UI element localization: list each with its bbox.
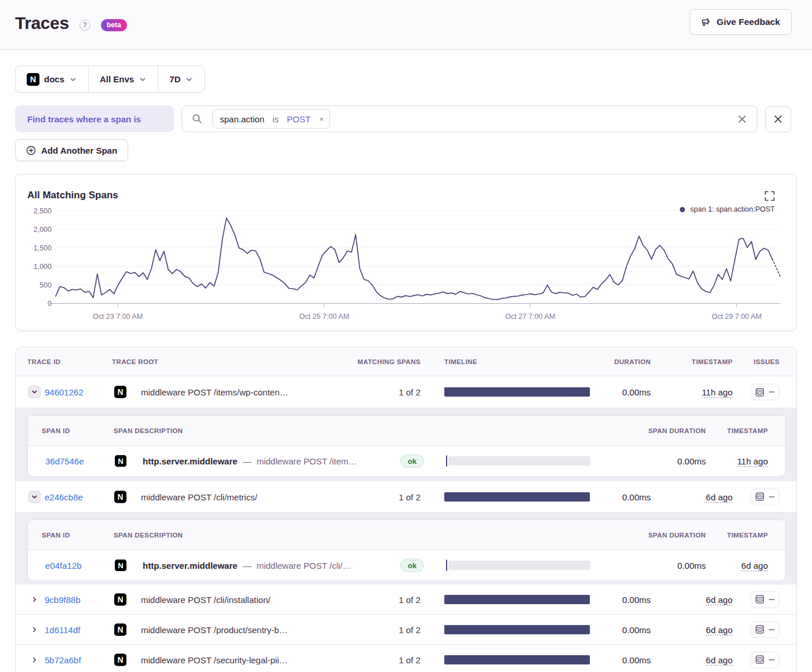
span-description-text: middleware POST /cli/…	[256, 561, 351, 571]
span-id-link[interactable]: 36d7546e	[45, 456, 84, 466]
trace-timestamp[interactable]: 6d ago	[706, 655, 733, 664]
page-header: Traces ? beta Give Feedback	[0, 0, 812, 50]
span-timeline-track[interactable]	[448, 456, 590, 466]
span-status-badge: ok	[400, 455, 424, 468]
span-description: http.server.middleware—middleware POST /…	[143, 561, 351, 571]
expand-trace-button[interactable]	[28, 653, 41, 666]
span-row[interactable]: e04fa12b N http.server.middleware—middle…	[28, 550, 785, 580]
trace-id-link[interactable]: 9cb9f88b	[45, 594, 81, 604]
trace-issues-indicator[interactable]	[751, 488, 780, 505]
trace-issues-indicator[interactable]	[751, 591, 780, 608]
trace-row[interactable]: 5b72a6bf N middleware POST /security-leg…	[16, 644, 796, 672]
expanded-spans-zone: SPAN ID SPAN DESCRIPTION SPAN DURATION T…	[16, 512, 796, 584]
matching-spans-count: 1 of 2	[398, 387, 420, 397]
beta-badge: beta	[101, 19, 127, 31]
trace-duration: 0.00ms	[622, 387, 651, 397]
trace-issues-indicator[interactable]	[751, 384, 780, 401]
span-row[interactable]: 36d7546e N http.server.middleware—middle…	[28, 446, 785, 476]
description-separator: —	[237, 456, 256, 466]
col-header-trace-id: TRACE ID	[27, 347, 61, 376]
nextjs-project-icon: N	[27, 73, 39, 86]
matching-spans-count: 1 of 2	[398, 492, 420, 502]
trace-timestamp[interactable]: 6d ago	[706, 492, 733, 502]
expand-trace-button[interactable]	[28, 623, 41, 635]
trace-timeline-bar[interactable]	[444, 595, 590, 604]
x-axis-tick-label: Oct 25 7:00 AM	[299, 313, 349, 321]
megaphone-icon	[701, 17, 712, 27]
col-header-span-duration: SPAN DURATION	[648, 520, 706, 550]
spans-line-chart: 05001,0001,5002,0002,500Oct 23 7:00 AMOc…	[16, 175, 796, 330]
svg-text:N: N	[118, 387, 124, 397]
trace-root-description: middleware POST /cli/installation/	[141, 594, 270, 604]
date-range-selector[interactable]: 7D	[158, 66, 204, 92]
traces-table-header: TRACE ID TRACE ROOT MATCHING SPANS TIMEL…	[16, 347, 796, 376]
search-clear-icon[interactable]	[737, 114, 748, 125]
span-id-link[interactable]: e04fa12b	[45, 561, 82, 571]
trace-id-link[interactable]: e246cb8e	[45, 492, 83, 502]
nextjs-project-icon: N	[114, 653, 126, 666]
help-icon[interactable]: ?	[79, 20, 90, 31]
trace-timeline-bar[interactable]	[444, 625, 590, 634]
remove-span-condition-button[interactable]	[765, 106, 791, 132]
add-another-span-label: Add Another Span	[41, 146, 117, 155]
span-search-input[interactable]: span.action is POST ×	[182, 106, 757, 132]
environment-selector[interactable]: All Envs	[89, 66, 158, 92]
trace-id-link[interactable]: 1d6114df	[45, 624, 80, 634]
search-token-span-action[interactable]: span.action is POST ×	[212, 109, 330, 129]
span-description-text: middleware POST /item…	[256, 456, 357, 466]
fullscreen-icon[interactable]	[764, 191, 775, 201]
token-remove-icon[interactable]: ×	[318, 115, 324, 123]
description-separator: —	[237, 561, 256, 571]
trace-id-link[interactable]: 94601262	[45, 387, 84, 397]
trace-timestamp[interactable]: 6d ago	[706, 594, 733, 604]
chart-legend[interactable]: span 1: span.action:POST	[680, 205, 775, 213]
legend-series-label: span 1: span.action:POST	[690, 205, 775, 213]
svg-text:N: N	[118, 457, 124, 466]
span-timeline-marker	[446, 456, 447, 467]
span-operation: http.server.middleware	[143, 456, 237, 466]
trace-row[interactable]: 9cb9f88b N middleware POST /cli/installa…	[16, 584, 796, 614]
trace-id-link[interactable]: 5b72a6bf	[45, 655, 81, 664]
y-axis-tick-label: 2,000	[34, 226, 52, 234]
trace-row[interactable]: 94601262 N middleware POST /items/wp-con…	[16, 376, 796, 408]
search-icon	[182, 114, 212, 124]
trace-timeline-bar[interactable]	[444, 387, 590, 397]
trace-timeline-bar[interactable]	[444, 492, 590, 502]
nextjs-project-icon: N	[115, 455, 126, 467]
col-header-span-id: SPAN ID	[42, 416, 70, 446]
chevron-down-icon	[185, 75, 193, 83]
give-feedback-button[interactable]: Give Feedback	[690, 9, 792, 35]
svg-text:N: N	[118, 492, 124, 501]
spans-table-header: SPAN ID SPAN DESCRIPTION SPAN DURATION T…	[28, 416, 785, 446]
page-filter-bar: N docs All Envs 7D	[15, 66, 205, 93]
trace-timeline-bar[interactable]	[444, 655, 590, 664]
trace-timestamp[interactable]: 11h ago	[702, 387, 733, 397]
trace-issues-indicator[interactable]	[751, 621, 780, 638]
span-timestamp[interactable]: 11h ago	[737, 456, 768, 466]
trace-row[interactable]: e246cb8e N middleware POST /cli/metrics/…	[16, 481, 796, 512]
collapse-trace-button[interactable]	[28, 491, 41, 503]
col-header-timestamp: TIMESTAMP	[692, 347, 733, 376]
expand-trace-button[interactable]	[28, 593, 41, 605]
span-duration: 0.00ms	[677, 561, 706, 571]
span-timestamp[interactable]: 6d ago	[741, 561, 768, 571]
minus-icon	[768, 656, 775, 663]
svg-text:N: N	[118, 655, 124, 664]
add-another-span-button[interactable]: Add Another Span	[15, 139, 128, 161]
trace-timestamp[interactable]: 6d ago	[706, 624, 733, 634]
matching-spans-count: 1 of 2	[398, 624, 420, 634]
y-axis-tick-label: 0	[48, 300, 52, 308]
col-header-trace-root: TRACE ROOT	[112, 347, 158, 376]
y-axis-tick-label: 500	[39, 281, 52, 289]
trace-issues-indicator[interactable]	[751, 651, 780, 668]
span-description: http.server.middleware—middleware POST /…	[143, 456, 357, 466]
project-selector[interactable]: N docs	[16, 66, 88, 92]
span-duration: 0.00ms	[677, 456, 706, 466]
collapse-trace-button[interactable]	[28, 386, 41, 398]
minus-icon	[768, 596, 775, 602]
trace-row[interactable]: 1d6114df N middleware POST /product/sent…	[16, 614, 796, 644]
col-header-span-timestamp: TIMESTAMP	[727, 416, 768, 446]
trace-duration: 0.00ms	[622, 492, 651, 502]
give-feedback-label: Give Feedback	[717, 17, 780, 27]
span-timeline-track[interactable]	[448, 561, 590, 570]
